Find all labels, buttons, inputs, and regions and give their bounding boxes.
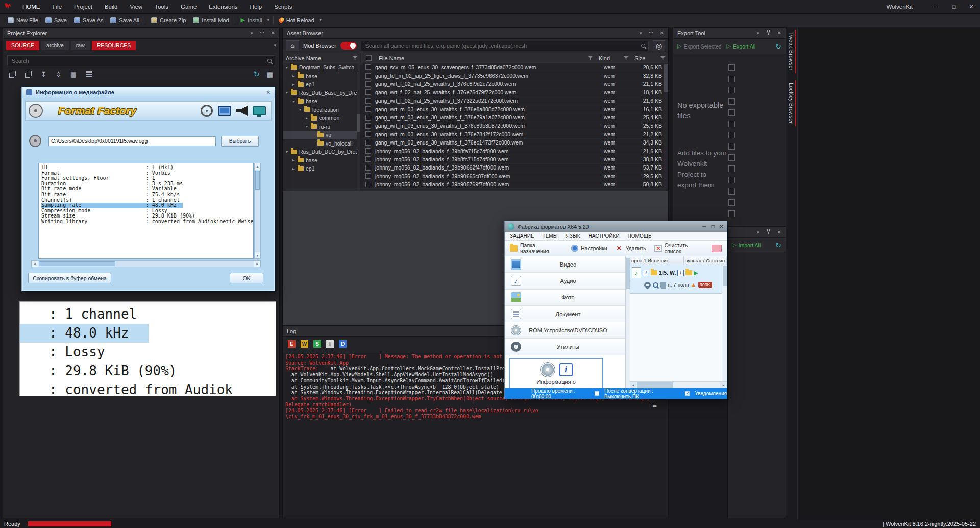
select-all-checkbox[interactable]	[366, 55, 372, 61]
file-row[interactable]: gang_wrt_f_02_nat_25_wraiths_f_376e8f9d2…	[361, 80, 668, 88]
browse-button[interactable]: Выбрать	[221, 136, 259, 147]
log-filter-D[interactable]: D	[339, 340, 347, 348]
export-row-checkbox[interactable]	[728, 64, 735, 71]
ff-toolbar-button-1[interactable]: Настройки	[571, 245, 607, 252]
ff-toolbar-button-0[interactable]: Папка назначения	[510, 242, 563, 254]
tab-lockey-browser[interactable]: LocKey Browser	[787, 80, 796, 126]
file-row[interactable]: gang_wrt_f_02_nat_25_wraiths_f_376e75d79…	[361, 88, 668, 97]
file-row[interactable]: gang_tcl_m_02_jap_25_tiger_claws_f_37735…	[361, 71, 668, 80]
info-icon[interactable]: i	[643, 270, 649, 276]
ff-menu-item-0[interactable]: ЗАДАНИЕ	[510, 233, 534, 239]
log-filter-E[interactable]: E	[288, 340, 296, 348]
vertical-scrollbar[interactable]: ▲ ▼	[254, 163, 261, 259]
tree-node[interactable]: vo	[283, 131, 360, 139]
row-checkbox[interactable]	[365, 64, 371, 70]
file-row[interactable]: gang_scv_m_05_enus_30_scavengers_f_3773d…	[361, 63, 668, 71]
ff-table-hscrollbar[interactable]: ◂ ▸	[630, 381, 727, 388]
export-row-checkbox[interactable]	[728, 177, 735, 183]
expander-icon[interactable]: ▾	[299, 107, 304, 112]
menu-item-game[interactable]: Game	[175, 0, 203, 13]
import-all-button[interactable]: ▷Import All	[732, 242, 761, 248]
export-row-checkbox[interactable]	[728, 210, 735, 217]
tree-node[interactable]: ▸ base	[283, 72, 360, 81]
expander-icon[interactable]: ▸	[292, 82, 298, 87]
close-icon[interactable]: ✕	[271, 30, 275, 36]
install-button[interactable]: ▶Install	[237, 15, 266, 26]
ff-category-4[interactable]: ROM Устройство\DVD\CD\ISO	[505, 322, 625, 339]
collapse-all-icon[interactable]	[25, 71, 32, 78]
asset-search-input[interactable]	[364, 42, 641, 50]
ff-media-info-tool[interactable]: i Информация о	[509, 358, 603, 388]
save-as-button[interactable]: Save As	[70, 15, 107, 26]
row-checkbox[interactable]	[365, 115, 371, 121]
refresh-icon[interactable]: ↻	[254, 70, 260, 78]
row-checkbox[interactable]	[365, 81, 371, 87]
expander-icon[interactable]: ▸	[306, 116, 311, 121]
ff-category-0[interactable]: Видео	[505, 256, 625, 273]
grid-settings-icon[interactable]: ▦	[267, 71, 273, 78]
row-checkbox[interactable]	[365, 131, 371, 137]
hot-reload-button[interactable]: Hot Reload	[276, 15, 318, 26]
folder-icon[interactable]	[685, 270, 692, 275]
expander-icon[interactable]: ▾	[292, 99, 298, 104]
pe-tab-resources[interactable]: RESOURCES	[92, 41, 136, 50]
row-checkbox[interactable]	[365, 173, 371, 179]
close-button[interactable]: ✕	[963, 4, 980, 10]
row-checkbox[interactable]	[365, 73, 371, 79]
pin-icon[interactable]	[260, 30, 264, 36]
create-zip-button[interactable]: Create Zip	[148, 15, 189, 26]
export-row-checkbox[interactable]	[728, 132, 735, 138]
tree-node[interactable]: ▸ ep1	[283, 80, 360, 89]
menu-item-file[interactable]: File	[46, 0, 68, 13]
sync-selection-icon[interactable]: ⇕	[56, 71, 61, 78]
expander-icon[interactable]: ▸	[292, 166, 298, 171]
filter-icon[interactable]	[353, 56, 357, 60]
row-checkbox[interactable]	[365, 156, 371, 162]
pin-icon[interactable]	[766, 30, 771, 36]
scroll-down-icon[interactable]: ▼	[255, 252, 260, 258]
file-grid-scrollbar[interactable]	[664, 63, 668, 189]
scroll-left-icon[interactable]: ◂	[630, 382, 636, 388]
gear-icon[interactable]	[644, 282, 651, 289]
chevron-down-icon[interactable]: ▾	[274, 43, 276, 48]
expander-icon[interactable]: ▾	[286, 150, 291, 154]
file-path-input[interactable]	[48, 136, 216, 146]
ff-column-header-1[interactable]: 1 Источник	[642, 256, 684, 265]
hot-reload-dropdown-icon[interactable]: ▾	[318, 18, 323, 22]
pe-tab-source[interactable]: SOURCE	[6, 41, 39, 50]
tree-node[interactable]: ▾ Dogtown_Subs_Switch_by_Drea	[283, 63, 360, 72]
collapse-to-file-icon[interactable]: ↧	[41, 71, 46, 78]
ff-sidebar-scrollbar[interactable]	[625, 256, 630, 388]
file-row[interactable]: gang_wrt_m_03_enus_30_wraiths_f_376e89b3…	[361, 122, 668, 130]
ff-column-header-2[interactable]: зультат / Состоян	[684, 256, 727, 265]
install-dropdown-icon[interactable]: ▾	[266, 18, 271, 22]
locate-file-icon[interactable]: ◎	[653, 40, 665, 51]
ff-category-1[interactable]: Аудио	[505, 273, 625, 289]
menu-item-extensions[interactable]: Extensions	[203, 0, 243, 13]
ff-toolbar-button-3[interactable]: Очистить список	[654, 242, 704, 254]
export-row-checkbox[interactable]	[728, 98, 735, 105]
expander-icon[interactable]: ▾	[306, 124, 311, 129]
maximize-button[interactable]: □	[945, 4, 963, 10]
file-row[interactable]: johnny_mq056_02_badlands_f_39b90665c87df…	[361, 172, 668, 180]
ff-task-row[interactable]: i 1f5. W. i ▶ н, 7 полн ▲	[630, 265, 727, 294]
mod-browser-toggle[interactable]	[340, 42, 357, 50]
media-info-box[interactable]: ID: 1 (0x1)Format: VorbisFormat settings…	[38, 163, 254, 259]
column-header-kind[interactable]: Kind	[596, 55, 631, 61]
export-row-checkbox[interactable]	[728, 76, 735, 82]
row-checkbox[interactable]	[365, 123, 371, 129]
ff-toolbar-button-2[interactable]: Удалить	[616, 245, 646, 252]
home-icon[interactable]: ⌂	[286, 40, 299, 51]
pin-icon[interactable]	[649, 30, 653, 36]
new-file-button[interactable]: New File	[4, 15, 42, 26]
menu-item-help[interactable]: Help	[244, 0, 268, 13]
close-icon[interactable]: ✕	[777, 30, 781, 36]
log-menu-icon[interactable]: ≡	[652, 401, 657, 410]
chevron-down-icon[interactable]: ▾	[640, 31, 642, 36]
menu-item-tools[interactable]: Tools	[149, 0, 175, 13]
archive-tree-header[interactable]: Archive Name	[283, 53, 360, 63]
refresh-icon[interactable]: ↻	[775, 241, 781, 249]
log-filter-S[interactable]: S	[313, 340, 321, 348]
tree-node[interactable]: ▸ common	[283, 114, 360, 123]
expander-icon[interactable]: ▸	[292, 74, 298, 78]
